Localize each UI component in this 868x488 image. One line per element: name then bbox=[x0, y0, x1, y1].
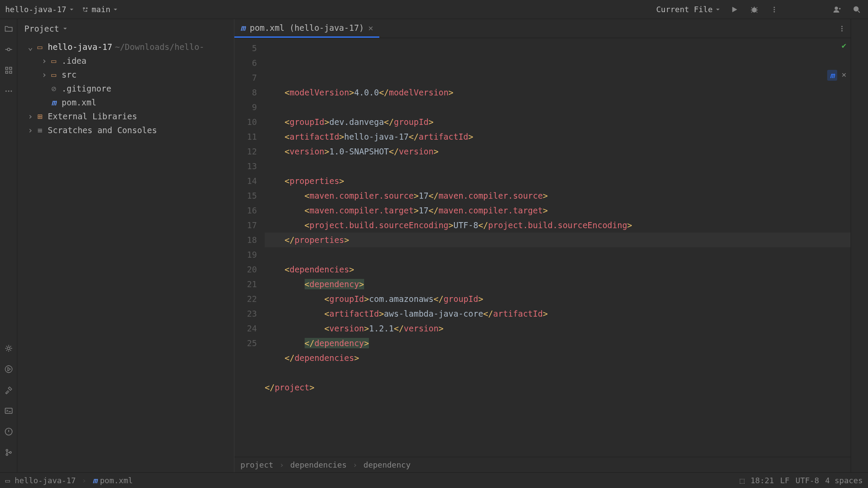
folder-icon: ▭ bbox=[49, 56, 59, 66]
svg-point-6 bbox=[7, 48, 10, 51]
close-notification-button[interactable]: ✕ bbox=[842, 70, 846, 81]
editor-tab-bar: m pom.xml (hello-java-17) ✕ bbox=[234, 19, 851, 38]
code-content[interactable]: <modelVersion>4.0.0</modelVersion> <grou… bbox=[265, 38, 851, 457]
run-tool-button[interactable] bbox=[3, 364, 14, 374]
close-tab-button[interactable]: ✕ bbox=[368, 23, 373, 33]
folder-icon bbox=[4, 24, 13, 33]
svg-point-18 bbox=[6, 449, 8, 451]
breadcrumb-item[interactable]: dependency bbox=[364, 460, 411, 469]
maven-reload-icon[interactable]: m bbox=[827, 70, 837, 81]
editor-markers: ✔ m ✕ bbox=[827, 41, 846, 81]
run-button[interactable] bbox=[728, 3, 740, 16]
commit-tool-button[interactable] bbox=[3, 44, 14, 55]
caret-right-icon[interactable]: › bbox=[40, 56, 49, 66]
chevron-right-icon: › bbox=[353, 460, 358, 469]
code-editor[interactable]: 5678910111213141516171819202122232425 <m… bbox=[234, 38, 851, 457]
caret-right-icon[interactable]: › bbox=[26, 125, 35, 135]
tree-file-gitignore[interactable]: ⊘ .gitignore bbox=[17, 82, 234, 95]
svg-point-19 bbox=[6, 454, 8, 455]
svg-rect-7 bbox=[6, 67, 8, 69]
line-separator[interactable]: LF bbox=[780, 476, 789, 485]
tree-item-label: External Libraries bbox=[48, 111, 137, 121]
caret-right-icon[interactable]: › bbox=[26, 111, 35, 121]
analysis-ok-icon[interactable]: ✔ bbox=[842, 41, 846, 50]
commit-icon bbox=[4, 45, 13, 54]
svg-point-15 bbox=[5, 366, 12, 373]
more-tool-button[interactable] bbox=[3, 86, 14, 96]
svg-point-14 bbox=[7, 347, 10, 350]
svg-point-20 bbox=[10, 452, 11, 453]
tab-options-button[interactable] bbox=[833, 19, 851, 38]
tree-item-label: Scratches and Consoles bbox=[48, 125, 157, 135]
tab-filename: pom.xml (hello-java-17) bbox=[250, 23, 364, 33]
gear-tool-button[interactable] bbox=[3, 343, 14, 354]
project-tool-button[interactable] bbox=[3, 23, 14, 34]
caret-right-icon[interactable]: › bbox=[40, 70, 49, 79]
branch-icon bbox=[82, 6, 89, 13]
structure-tool-button[interactable] bbox=[3, 65, 14, 75]
tree-root-path: ~/Downloads/hello- bbox=[115, 42, 204, 52]
caret-down-icon[interactable]: ⌄ bbox=[26, 42, 35, 52]
status-file-label[interactable]: mpom.xml bbox=[92, 476, 133, 485]
debug-button[interactable] bbox=[748, 3, 760, 16]
editor-tab-active[interactable]: m pom.xml (hello-java-17) ✕ bbox=[234, 19, 379, 38]
tree-folder-idea[interactable]: › ▭ .idea bbox=[17, 54, 234, 68]
ellipsis-icon bbox=[5, 87, 13, 95]
right-tool-rail bbox=[851, 19, 868, 472]
chevron-right-icon: › bbox=[82, 476, 87, 485]
lock-icon[interactable]: ⬚ bbox=[740, 476, 744, 485]
code-with-me-button[interactable] bbox=[831, 3, 843, 16]
status-project-label[interactable]: ▭ hello-java-17 bbox=[5, 476, 76, 485]
project-panel-header[interactable]: Project bbox=[17, 19, 234, 38]
tree-external-libs[interactable]: › ⊞ External Libraries bbox=[17, 109, 234, 123]
tree-folder-src[interactable]: › ▭ src bbox=[17, 68, 234, 82]
chevron-down-icon bbox=[69, 7, 74, 12]
more-actions-button[interactable] bbox=[768, 3, 780, 16]
chevron-down-icon bbox=[715, 7, 720, 12]
breadcrumb-item[interactable]: dependencies bbox=[290, 460, 347, 469]
git-branch-dropdown[interactable]: main bbox=[82, 5, 118, 14]
gear-icon bbox=[4, 344, 13, 353]
left-tool-rail bbox=[0, 19, 17, 472]
tree-scratches[interactable]: › ≡ Scratches and Consoles bbox=[17, 123, 234, 137]
tree-item-label: .gitignore bbox=[62, 84, 111, 93]
library-icon: ⊞ bbox=[35, 111, 45, 121]
folder-icon: ▭ bbox=[35, 42, 45, 52]
tree-root[interactable]: ⌄ ▭ hello-java-17 ~/Downloads/hello- bbox=[17, 40, 234, 54]
warning-icon bbox=[4, 427, 13, 436]
ignore-file-icon: ⊘ bbox=[49, 84, 59, 93]
terminal-tool-button[interactable] bbox=[3, 406, 14, 416]
project-tree[interactable]: ⌄ ▭ hello-java-17 ~/Downloads/hello- › ▭… bbox=[17, 38, 234, 472]
person-icon bbox=[832, 5, 841, 14]
project-panel: Project ⌄ ▭ hello-java-17 ~/Downloads/he… bbox=[17, 19, 234, 472]
chevron-down-icon bbox=[113, 7, 118, 12]
main-area: Project ⌄ ▭ hello-java-17 ~/Downloads/he… bbox=[0, 19, 868, 472]
folder-icon: ▭ bbox=[49, 70, 59, 79]
build-tool-button[interactable] bbox=[3, 385, 14, 395]
run-config-label: Current File bbox=[656, 5, 713, 14]
svg-rect-10 bbox=[10, 71, 12, 73]
project-dropdown[interactable]: hello-java-17 bbox=[5, 5, 74, 14]
svg-point-5 bbox=[854, 7, 858, 11]
cursor-position[interactable]: 18:21 bbox=[750, 476, 774, 485]
svg-rect-8 bbox=[6, 71, 8, 73]
svg-point-22 bbox=[842, 28, 843, 29]
breadcrumb-item[interactable]: project bbox=[240, 460, 273, 469]
line-gutter: 5678910111213141516171819202122232425 bbox=[234, 38, 265, 457]
indent-setting[interactable]: 4 spaces bbox=[825, 476, 863, 485]
branch-name-label: main bbox=[92, 5, 110, 14]
svg-point-11 bbox=[5, 91, 7, 92]
problems-tool-button[interactable] bbox=[3, 426, 14, 437]
search-icon bbox=[853, 6, 861, 13]
vcs-tool-button[interactable] bbox=[3, 447, 14, 458]
project-name-label: hello-java-17 bbox=[5, 5, 66, 14]
play-icon bbox=[731, 6, 738, 13]
maven-file-icon: m bbox=[240, 23, 245, 33]
search-everywhere-button[interactable] bbox=[851, 3, 863, 16]
play-circle-icon bbox=[4, 365, 13, 373]
svg-point-3 bbox=[774, 11, 775, 12]
run-config-dropdown[interactable]: Current File bbox=[656, 5, 720, 14]
top-toolbar: hello-java-17 main Current File bbox=[0, 0, 868, 19]
file-encoding[interactable]: UTF-8 bbox=[796, 476, 819, 485]
tree-file-pom[interactable]: m pom.xml bbox=[17, 95, 234, 109]
